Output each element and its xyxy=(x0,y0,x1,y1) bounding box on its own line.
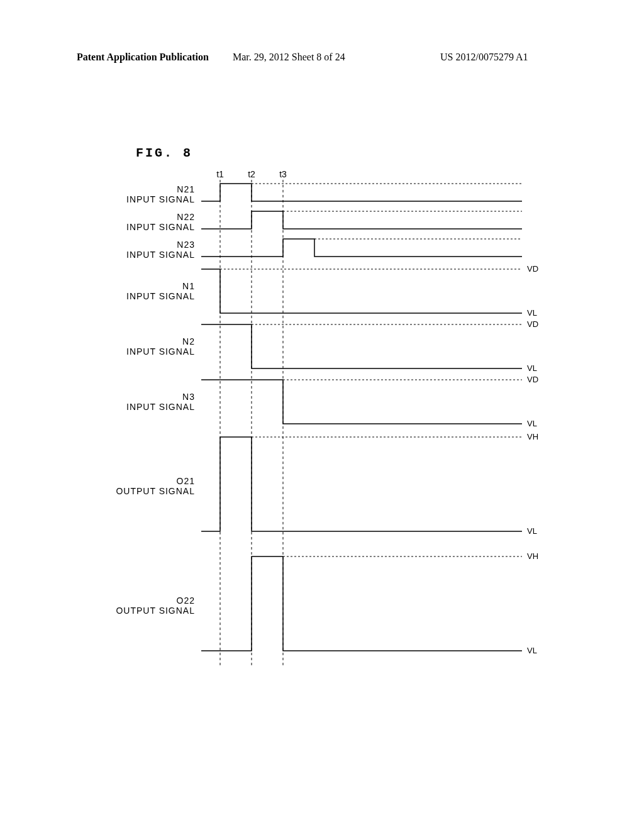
header-publication: Patent Application Publication xyxy=(77,52,209,63)
signal-o21: O21 OUTPUT SIGNAL VH VL xyxy=(116,432,538,536)
svg-text:VD: VD xyxy=(527,375,538,384)
svg-text:INPUT SIGNAL: INPUT SIGNAL xyxy=(126,250,195,260)
time-t1: t1 xyxy=(216,170,224,179)
timing-diagram: t1 t2 t3 N21 INPUT SIGNAL N22 INPUT SIGN… xyxy=(75,170,566,673)
svg-text:INPUT SIGNAL: INPUT SIGNAL xyxy=(126,194,195,204)
signal-n1: N1 INPUT SIGNAL VD VL xyxy=(126,264,538,318)
figure-title: FIG. 8 xyxy=(136,146,192,160)
svg-text:N23: N23 xyxy=(177,240,195,250)
signal-n23: N23 INPUT SIGNAL xyxy=(126,239,522,260)
svg-text:INPUT SIGNAL: INPUT SIGNAL xyxy=(126,222,195,232)
signal-n22: N22 INPUT SIGNAL xyxy=(126,211,522,232)
svg-text:VL: VL xyxy=(527,363,537,373)
signal-n3: N3 INPUT SIGNAL VD VL xyxy=(126,375,538,428)
svg-text:INPUT SIGNAL: INPUT SIGNAL xyxy=(126,291,195,301)
svg-text:INPUT SIGNAL: INPUT SIGNAL xyxy=(126,346,195,357)
signal-n21: N21 INPUT SIGNAL xyxy=(126,184,522,204)
svg-text:O21: O21 xyxy=(177,476,195,486)
svg-text:OUTPUT SIGNAL: OUTPUT SIGNAL xyxy=(116,606,195,616)
svg-text:VL: VL xyxy=(527,308,537,318)
time-t3: t3 xyxy=(279,170,287,179)
signal-o22: O22 OUTPUT SIGNAL VH VL xyxy=(116,551,538,655)
svg-text:N21: N21 xyxy=(177,184,195,194)
svg-text:VL: VL xyxy=(527,419,537,428)
svg-text:N2: N2 xyxy=(182,336,195,346)
svg-text:N3: N3 xyxy=(182,392,195,402)
svg-text:VH: VH xyxy=(527,432,538,441)
svg-text:VL: VL xyxy=(527,526,537,536)
svg-text:VD: VD xyxy=(527,319,538,329)
svg-text:VL: VL xyxy=(527,646,537,655)
svg-text:O22: O22 xyxy=(177,595,195,606)
svg-text:INPUT SIGNAL: INPUT SIGNAL xyxy=(126,402,195,412)
signal-n2: N2 INPUT SIGNAL VD VL xyxy=(126,319,538,373)
svg-text:N1: N1 xyxy=(182,281,195,291)
svg-text:VD: VD xyxy=(527,264,538,274)
header-doc-number: US 2012/0075279 A1 xyxy=(440,52,528,63)
svg-text:VH: VH xyxy=(527,551,538,561)
svg-text:OUTPUT SIGNAL: OUTPUT SIGNAL xyxy=(116,486,195,496)
header-date-sheet: Mar. 29, 2012 Sheet 8 of 24 xyxy=(233,52,345,63)
time-t2: t2 xyxy=(248,170,255,179)
svg-text:N22: N22 xyxy=(177,212,195,222)
